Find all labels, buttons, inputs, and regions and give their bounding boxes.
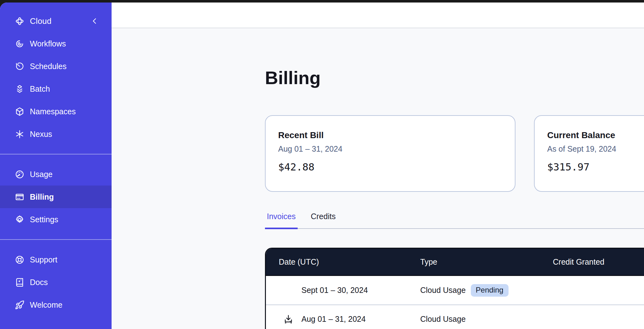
- invoice-type-cell: Cloud Usage Pending: [420, 284, 553, 297]
- sidebar-item-label: Welcome: [30, 300, 63, 310]
- table-header-row: Date (UTC) Type Credit Granted: [266, 249, 644, 276]
- batch-icon: [15, 84, 25, 94]
- docs-icon: [15, 278, 25, 287]
- sidebar: Cloud Workflows: [0, 3, 112, 329]
- billing-icon: [15, 192, 25, 202]
- invoice-type-cell: Cloud Usage: [420, 315, 553, 324]
- current-balance-card: Current Balance As of Sept 19, 2024 $315…: [534, 115, 644, 192]
- brand-label: Cloud: [30, 16, 52, 26]
- recent-bill-card: Recent Bill Aug 01 – 31, 2024 $42.88: [265, 115, 515, 192]
- sidebar-item-billing[interactable]: Billing: [0, 186, 112, 208]
- invoice-type: Cloud Usage: [420, 286, 466, 295]
- card-title: Current Balance: [547, 130, 644, 140]
- workflows-icon: [15, 39, 25, 49]
- sidebar-nav-primary: Workflows Schedules: [0, 32, 112, 145]
- sidebar-item-usage[interactable]: Usage: [0, 163, 112, 186]
- support-icon: [15, 255, 25, 265]
- page-title: Billing: [265, 67, 644, 88]
- download-invoice-icon[interactable]: [283, 314, 294, 324]
- sidebar-item-label: Usage: [30, 170, 52, 179]
- sidebar-item-label: Workflows: [30, 39, 66, 48]
- sidebar-brand[interactable]: Cloud: [0, 12, 112, 30]
- sidebar-item-welcome[interactable]: Welcome: [0, 294, 112, 316]
- status-badge-pending: Pending: [471, 284, 509, 297]
- sidebar-item-label: Batch: [30, 84, 50, 94]
- table-row: Aug 01 – 31, 2024 Cloud Usage: [266, 305, 644, 329]
- card-period: Aug 01 – 31, 2024: [278, 144, 502, 154]
- billing-tabs: Invoices Credits: [265, 212, 644, 229]
- tab-invoices[interactable]: Invoices: [265, 212, 298, 229]
- sidebar-item-support[interactable]: Support: [0, 248, 112, 271]
- sidebar-nav-account: Usage Billing: [0, 163, 112, 231]
- download-slot-empty: [283, 285, 301, 296]
- download-slot: [283, 314, 301, 325]
- sidebar-item-label: Docs: [30, 278, 48, 287]
- settings-icon: [15, 215, 25, 224]
- sidebar-item-nexus[interactable]: Nexus: [0, 123, 112, 145]
- billing-content: Billing Recent Bill Aug 01 – 31, 2024 $4…: [112, 28, 644, 329]
- sidebar-item-settings[interactable]: Settings: [0, 208, 112, 231]
- topbar: [112, 3, 644, 28]
- column-header-credit-granted: Credit Granted: [553, 257, 644, 267]
- sidebar-divider: [0, 154, 112, 154]
- sidebar-item-label: Namespaces: [30, 107, 76, 116]
- sidebar-item-workflows[interactable]: Workflows: [0, 32, 112, 55]
- tab-credits[interactable]: Credits: [309, 212, 338, 229]
- card-amount: $42.88: [278, 161, 502, 173]
- app-window: Cloud Workflows: [0, 3, 644, 329]
- card-amount: $315.97: [547, 161, 644, 173]
- sidebar-item-batch[interactable]: Batch: [0, 78, 112, 100]
- table-row: Sept 01 – 30, 2024 Cloud Usage Pending: [266, 276, 644, 305]
- invoice-type: Cloud Usage: [420, 315, 466, 324]
- usage-icon: [15, 170, 25, 179]
- sidebar-item-label: Support: [30, 255, 58, 264]
- invoices-table: Date (UTC) Type Credit Granted Sept 01 –…: [265, 248, 644, 329]
- sidebar-item-schedules[interactable]: Schedules: [0, 55, 112, 78]
- sidebar-item-label: Schedules: [30, 62, 67, 71]
- sidebar-divider: [0, 239, 112, 240]
- summary-cards: Recent Bill Aug 01 – 31, 2024 $42.88 Cur…: [265, 115, 644, 192]
- invoice-date: Aug 01 – 31, 2024: [301, 315, 366, 324]
- sidebar-item-label: Nexus: [30, 130, 52, 139]
- main-area: Billing Recent Bill Aug 01 – 31, 2024 $4…: [112, 3, 644, 329]
- sidebar-nav-footer: Support Docs: [0, 248, 112, 316]
- column-header-date: Date (UTC): [266, 257, 420, 267]
- card-title: Recent Bill: [278, 130, 502, 140]
- schedules-icon: [15, 62, 25, 71]
- sidebar-item-label: Billing: [30, 192, 54, 202]
- invoice-date-cell: Aug 01 – 31, 2024: [266, 314, 420, 325]
- namespaces-icon: [15, 107, 25, 116]
- column-header-type: Type: [420, 257, 553, 267]
- card-as-of-date: As of Sept 19, 2024: [547, 144, 644, 154]
- sidebar-item-label: Settings: [30, 215, 58, 224]
- temporal-logo-icon: [15, 16, 25, 26]
- invoice-date: Sept 01 – 30, 2024: [301, 286, 368, 295]
- invoice-date-cell: Sept 01 – 30, 2024: [266, 285, 420, 296]
- nexus-icon: [15, 129, 25, 139]
- welcome-rocket-icon: [15, 300, 25, 310]
- chevron-left-icon[interactable]: [90, 17, 99, 25]
- sidebar-item-docs[interactable]: Docs: [0, 271, 112, 294]
- sidebar-item-namespaces[interactable]: Namespaces: [0, 100, 112, 123]
